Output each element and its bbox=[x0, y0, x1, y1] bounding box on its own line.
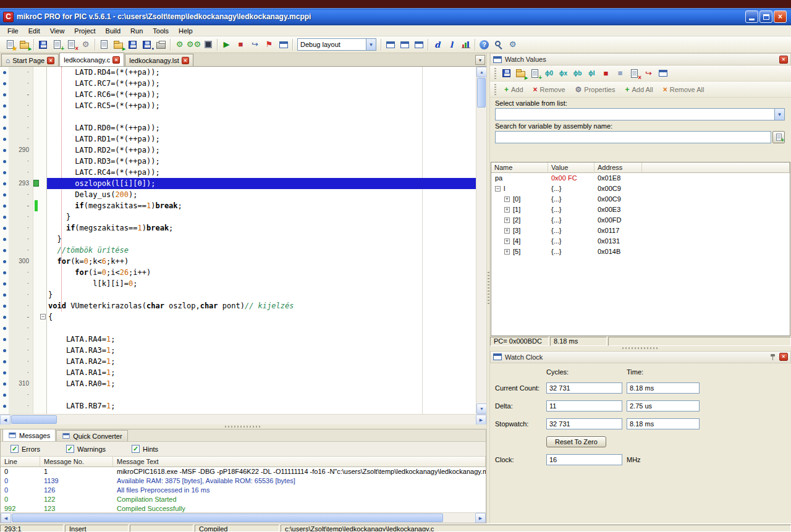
delta-cycles-field[interactable]: 11 bbox=[546, 400, 622, 412]
checkbox-icon[interactable]: ✓ bbox=[132, 445, 140, 453]
scroll-up-icon[interactable]: ▲ bbox=[476, 67, 487, 77]
combobox-dropdown-icon[interactable]: ▼ bbox=[366, 39, 376, 50]
breakpoint-gutter[interactable] bbox=[0, 278, 9, 289]
variable-list-combobox[interactable]: ▼ bbox=[495, 108, 785, 120]
watch-row[interactable]: +[0]{...}0x00C9 bbox=[491, 194, 790, 205]
scroll-right-icon[interactable]: ▶ bbox=[476, 415, 486, 425]
tab-ledkockanagy-lst[interactable]: ledkockanagy.lst× bbox=[125, 54, 193, 66]
code-line[interactable]: · LATA.RA1=1; bbox=[0, 367, 476, 378]
window-tile-icon[interactable] bbox=[397, 38, 412, 51]
new-file-icon[interactable] bbox=[97, 38, 111, 51]
watch-clock-close-icon[interactable]: × bbox=[779, 353, 788, 361]
breakpoint-gutter[interactable] bbox=[0, 311, 9, 323]
messages-horizontal-scrollbar[interactable]: ◀ ▶ bbox=[1, 512, 486, 523]
horizontal-scroll-track[interactable] bbox=[11, 513, 475, 523]
message-row[interactable]: 01mikroCPIC1618.exe -MSF -DBG -pP18F46K2… bbox=[1, 467, 486, 476]
breakpoint-gutter[interactable] bbox=[0, 200, 9, 211]
breakpoint-gutter[interactable] bbox=[0, 378, 9, 389]
vertical-scroll-track[interactable] bbox=[476, 77, 486, 403]
menu-item-file[interactable]: File bbox=[2, 27, 23, 35]
editor-vertical-scrollbar[interactable]: ▲ ▼ bbox=[476, 67, 486, 414]
tab-messages[interactable]: Messages bbox=[2, 429, 56, 441]
breakpoint-gutter[interactable] bbox=[0, 156, 9, 167]
reset-to-zero-button[interactable]: Reset To Zero bbox=[546, 436, 606, 447]
remove-file-from-project-icon[interactable]: × bbox=[64, 38, 78, 51]
stop-icon[interactable]: ■ bbox=[599, 67, 613, 80]
code-line[interactable]: -−{ bbox=[0, 311, 476, 323]
watch-row[interactable]: pa0x00 FC0x01E8 bbox=[491, 173, 790, 184]
step-over-icon[interactable]: ↪ bbox=[248, 38, 262, 51]
find-icon[interactable] bbox=[491, 38, 505, 51]
maximize-button[interactable] bbox=[759, 11, 772, 23]
menu-item-view[interactable]: View bbox=[45, 27, 70, 35]
breakpoint-gutter[interactable] bbox=[0, 111, 9, 122]
tab-close-icon[interactable]: × bbox=[47, 57, 54, 64]
code-line[interactable]: · LATD.RD1=(*(++pa)); bbox=[0, 133, 476, 145]
tab-close-icon[interactable]: × bbox=[112, 56, 120, 64]
expand-icon[interactable]: + bbox=[504, 207, 510, 213]
breakpoint-gutter[interactable] bbox=[0, 289, 9, 300]
view-statistics-icon[interactable] bbox=[459, 38, 473, 51]
code-line[interactable]: 310 LATA.RA0=1; bbox=[0, 378, 476, 389]
add-file-to-project-icon[interactable]: + bbox=[50, 38, 64, 51]
message-row[interactable]: 0122Compilation Started bbox=[1, 495, 486, 504]
horizontal-scroll-thumb[interactable] bbox=[12, 513, 443, 522]
goto-address-icon[interactable]: ↪ bbox=[641, 67, 656, 80]
format-hex-icon[interactable]: ϕx bbox=[556, 67, 570, 80]
format-dec-icon[interactable]: ϕ0 bbox=[542, 67, 556, 80]
clock-frequency-field[interactable]: 16 bbox=[546, 454, 622, 465]
assembly-name-input[interactable] bbox=[495, 131, 771, 143]
breakpoint-gutter[interactable] bbox=[0, 122, 9, 133]
code-line[interactable]: · LATD.RD4=(*(++pa)); bbox=[0, 67, 476, 78]
stopwatch-cycles-field[interactable]: 32 731 bbox=[546, 418, 622, 429]
breakpoint-gutter[interactable] bbox=[0, 345, 9, 356]
breakpoint-gutter[interactable] bbox=[0, 100, 9, 111]
print-icon[interactable] bbox=[154, 38, 168, 51]
breakpoint-gutter[interactable] bbox=[0, 222, 9, 234]
checkbox-icon[interactable]: ✓ bbox=[66, 445, 74, 453]
watch-clock-splitter[interactable] bbox=[490, 346, 791, 351]
toolbar-grip[interactable] bbox=[494, 84, 496, 95]
expand-icon[interactable]: + bbox=[504, 217, 510, 223]
expand-icon[interactable]: + bbox=[504, 228, 510, 234]
project-settings-icon[interactable]: ⚙ bbox=[78, 38, 93, 51]
add-by-name-button[interactable]: + bbox=[772, 131, 785, 143]
pin-icon[interactable] bbox=[769, 353, 776, 361]
open-project-icon[interactable]: ▸ bbox=[17, 38, 32, 51]
filter-hints-checkbox[interactable]: ✓Hints bbox=[132, 445, 158, 453]
message-row[interactable]: 992123Compiled Successfully bbox=[1, 504, 486, 512]
delta-time-field[interactable]: 2.75 us bbox=[627, 400, 700, 412]
save-file-icon[interactable] bbox=[125, 38, 140, 51]
copy-watchlist-icon[interactable]: + bbox=[528, 67, 542, 80]
breakpoint-gutter[interactable] bbox=[0, 234, 9, 245]
toolbar-grip[interactable] bbox=[494, 68, 496, 79]
code-line[interactable]: · //tömbök ürítése bbox=[0, 245, 476, 256]
code-line[interactable]: 290 LATD.RD2=(*(++pa)); bbox=[0, 145, 476, 156]
watch-row[interactable]: −l{...}0x00C9 bbox=[491, 184, 790, 194]
tab-close-icon[interactable]: × bbox=[182, 57, 189, 64]
tab-start-page[interactable]: ⌂Start Page× bbox=[1, 54, 59, 66]
breakpoint-gutter[interactable] bbox=[0, 189, 9, 200]
watch-column-name[interactable]: Name bbox=[491, 163, 548, 173]
stop-debugger-icon[interactable]: ■ bbox=[234, 38, 248, 51]
add-watch-button[interactable]: +Add bbox=[499, 84, 528, 95]
code-line[interactable]: · LATA.RA2=1; bbox=[0, 356, 476, 367]
code-line[interactable]: · l[k][i]=0; bbox=[0, 278, 476, 289]
code-line[interactable]: · LATD.RD3=(*(++pa)); bbox=[0, 156, 476, 167]
code-line[interactable]: · for(i=0;i<26;i++) bbox=[0, 267, 476, 278]
window-list-icon[interactable] bbox=[412, 38, 426, 51]
watch-values-close-icon[interactable]: × bbox=[779, 56, 788, 64]
message-row[interactable]: 01139Available RAM: 3875 [bytes], Availa… bbox=[1, 476, 486, 486]
close-button[interactable]: × bbox=[774, 11, 787, 23]
breakpoint-gutter[interactable] bbox=[0, 389, 9, 400]
code-line[interactable]: - LATC.RC6=(*(++pa)); bbox=[0, 89, 476, 100]
code-line[interactable]: · LATD.RD0=(*(++pa)); bbox=[0, 122, 476, 133]
view-listing-icon[interactable]: l bbox=[444, 38, 459, 51]
scroll-left-icon[interactable]: ◀ bbox=[0, 415, 11, 425]
breakpoints-window-icon[interactable] bbox=[276, 38, 290, 51]
fold-collapse-icon[interactable]: − bbox=[40, 314, 46, 319]
menu-item-project[interactable]: Project bbox=[69, 27, 100, 35]
breakpoint-gutter[interactable] bbox=[0, 256, 9, 267]
messages-column-message-text[interactable]: Message Text bbox=[113, 457, 486, 467]
scroll-right-icon[interactable]: ▶ bbox=[475, 513, 486, 523]
